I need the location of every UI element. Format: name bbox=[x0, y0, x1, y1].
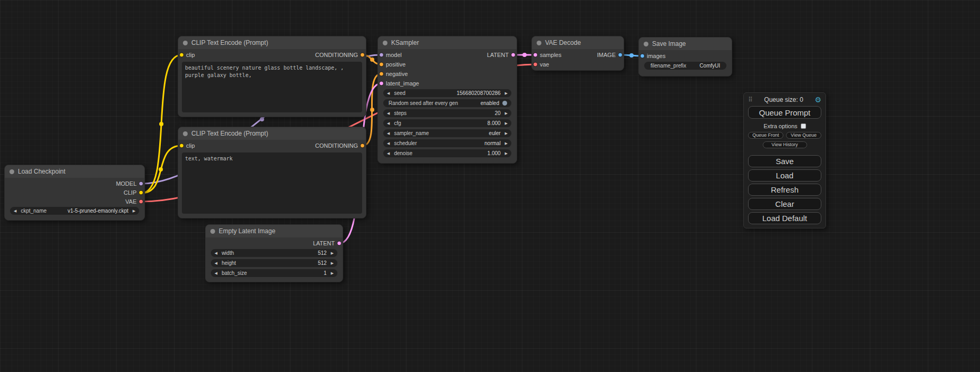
widget-name: sampler_name bbox=[394, 130, 429, 136]
output-port-conditioning[interactable] bbox=[360, 144, 365, 148]
node-title-bar[interactable]: Empty Latent Image bbox=[206, 225, 343, 237]
increment-arrow-icon[interactable]: ▶ bbox=[133, 209, 135, 213]
slot-row: LATENT bbox=[206, 239, 343, 248]
increment-arrow-icon[interactable]: ▶ bbox=[505, 111, 508, 115]
input-port-negative[interactable] bbox=[379, 72, 384, 77]
node-title-bar[interactable]: CLIP Text Encode (Prompt) bbox=[178, 36, 366, 49]
input-port-vae[interactable] bbox=[533, 62, 538, 67]
node-load-checkpoint[interactable]: Load Checkpoint MODEL CLIP VAE ◀ ckpt_na… bbox=[4, 165, 145, 221]
input-label-images: images bbox=[647, 53, 665, 59]
random-seed-toggle-widget[interactable]: Random seed after every gen enabled bbox=[383, 99, 511, 107]
positive-prompt-textarea[interactable]: beautiful scenery nature glass bottle la… bbox=[182, 62, 362, 112]
node-title-bar[interactable]: Load Checkpoint bbox=[5, 165, 144, 178]
sampler-name-widget[interactable]: ◀ sampler_name euler ▶ bbox=[383, 129, 511, 137]
widget-value: 512 bbox=[318, 260, 327, 266]
decrement-arrow-icon[interactable]: ◀ bbox=[215, 251, 217, 255]
collapse-dot-icon[interactable] bbox=[210, 229, 215, 234]
refresh-button[interactable]: Refresh bbox=[748, 184, 821, 196]
increment-arrow-icon[interactable]: ▶ bbox=[505, 121, 508, 125]
collapse-dot-icon[interactable] bbox=[9, 169, 14, 174]
filename-prefix-widget[interactable]: filename_prefix ComfyUI bbox=[644, 62, 726, 70]
collapse-dot-icon[interactable] bbox=[644, 42, 648, 46]
increment-arrow-icon[interactable]: ▶ bbox=[331, 251, 334, 255]
decrement-arrow-icon[interactable]: ◀ bbox=[387, 91, 390, 95]
clear-button[interactable]: Clear bbox=[748, 198, 821, 210]
input-port-images[interactable] bbox=[640, 54, 645, 59]
node-save-image[interactable]: Save Image images filename_prefix ComfyU… bbox=[638, 37, 732, 77]
input-port-positive[interactable] bbox=[379, 62, 384, 67]
decrement-arrow-icon[interactable]: ◀ bbox=[387, 131, 390, 135]
view-queue-button[interactable]: View Queue bbox=[786, 132, 821, 139]
widget-value: 1.000 bbox=[488, 150, 501, 156]
node-empty-latent-image[interactable]: Empty Latent Image LATENT ◀ width 512 ▶ … bbox=[205, 224, 343, 282]
decrement-arrow-icon[interactable]: ◀ bbox=[215, 261, 217, 265]
node-title-bar[interactable]: Save Image bbox=[639, 37, 732, 50]
increment-arrow-icon[interactable]: ▶ bbox=[331, 271, 334, 275]
node-vae-decode[interactable]: VAE Decode samples IMAGE vae bbox=[531, 36, 624, 71]
decrement-arrow-icon[interactable]: ◀ bbox=[387, 111, 390, 115]
widget-value: ComfyUI bbox=[700, 63, 720, 69]
node-title-bar[interactable]: CLIP Text Encode (Prompt) bbox=[178, 127, 366, 140]
height-widget[interactable]: ◀ height 512 ▶ bbox=[211, 259, 337, 267]
output-port-vae[interactable] bbox=[139, 199, 143, 204]
toggle-indicator-icon[interactable] bbox=[502, 101, 507, 106]
input-port-model[interactable] bbox=[379, 53, 384, 58]
wire-dot-model bbox=[260, 117, 264, 121]
extra-options-checkbox[interactable] bbox=[801, 123, 806, 129]
increment-arrow-icon[interactable]: ▶ bbox=[505, 91, 508, 95]
decrement-arrow-icon[interactable]: ◀ bbox=[14, 209, 16, 213]
widget-name: batch_size bbox=[221, 270, 247, 276]
input-port-clip[interactable] bbox=[179, 144, 184, 148]
queue-front-button[interactable]: Queue Front bbox=[748, 132, 783, 139]
cfg-widget[interactable]: ◀ cfg 8.000 ▶ bbox=[383, 119, 511, 127]
widget-name: filename_prefix bbox=[651, 63, 686, 69]
collapse-dot-icon[interactable] bbox=[383, 41, 387, 45]
node-graph-canvas[interactable]: Load Checkpoint MODEL CLIP VAE ◀ ckpt_na… bbox=[0, 0, 980, 372]
increment-arrow-icon[interactable]: ▶ bbox=[505, 141, 508, 145]
batch-size-widget[interactable]: ◀ batch_size 1 ▶ bbox=[211, 269, 337, 277]
collapse-dot-icon[interactable] bbox=[183, 131, 188, 136]
node-ksampler[interactable]: KSampler LATENT model positive negative … bbox=[377, 36, 517, 164]
drag-handle-icon[interactable]: ⠿ bbox=[748, 96, 753, 103]
collapse-dot-icon[interactable] bbox=[183, 41, 188, 45]
scheduler-widget[interactable]: ◀ scheduler normal ▶ bbox=[383, 139, 511, 147]
node-clip-text-encode-negative[interactable]: CLIP Text Encode (Prompt) clip CONDITION… bbox=[178, 127, 366, 218]
increment-arrow-icon[interactable]: ▶ bbox=[331, 261, 334, 265]
decrement-arrow-icon[interactable]: ◀ bbox=[215, 271, 217, 275]
output-port-image[interactable] bbox=[618, 53, 623, 58]
decrement-arrow-icon[interactable]: ◀ bbox=[387, 121, 390, 125]
increment-arrow-icon[interactable]: ▶ bbox=[505, 151, 508, 155]
widget-name: denoise bbox=[394, 150, 412, 156]
ckpt-name-widget[interactable]: ◀ ckpt_name v1-5-pruned-emaonly.ckpt ▶ bbox=[10, 207, 139, 215]
steps-widget[interactable]: ◀ steps 20 ▶ bbox=[383, 109, 511, 117]
increment-arrow-icon[interactable]: ▶ bbox=[505, 131, 508, 135]
view-history-button[interactable]: View History bbox=[763, 141, 807, 148]
denoise-widget[interactable]: ◀ denoise 1.000 ▶ bbox=[383, 149, 511, 157]
output-port-model[interactable] bbox=[139, 181, 143, 186]
settings-gear-icon[interactable]: ⚙ bbox=[814, 96, 821, 104]
save-button[interactable]: Save bbox=[748, 155, 821, 167]
negative-prompt-textarea[interactable]: text, watermark bbox=[182, 152, 362, 214]
input-port-samples[interactable] bbox=[533, 53, 538, 58]
node-title-bar[interactable]: KSampler bbox=[378, 36, 517, 49]
node-title: KSampler bbox=[391, 39, 419, 46]
decrement-arrow-icon[interactable]: ◀ bbox=[387, 151, 390, 155]
output-port-latent[interactable] bbox=[337, 241, 342, 246]
input-port-clip[interactable] bbox=[179, 53, 184, 58]
output-label-model: MODEL bbox=[116, 180, 137, 187]
collapse-dot-icon[interactable] bbox=[537, 41, 541, 45]
width-widget[interactable]: ◀ width 512 ▶ bbox=[211, 249, 337, 257]
output-port-conditioning[interactable] bbox=[360, 53, 365, 58]
input-port-latent-image[interactable] bbox=[379, 81, 384, 86]
seed-widget[interactable]: ◀ seed 156680208700286 ▶ bbox=[383, 89, 511, 97]
load-default-button[interactable]: Load Default bbox=[748, 212, 821, 224]
node-title-bar[interactable]: VAE Decode bbox=[532, 36, 624, 49]
queue-size-label: Queue size: 0 bbox=[764, 96, 803, 103]
load-button[interactable]: Load bbox=[748, 169, 821, 182]
output-label-conditioning: CONDITIONING bbox=[315, 142, 358, 149]
output-port-clip[interactable] bbox=[139, 190, 143, 195]
queue-prompt-button[interactable]: Queue Prompt bbox=[748, 106, 821, 119]
decrement-arrow-icon[interactable]: ◀ bbox=[387, 141, 390, 145]
node-title: Save Image bbox=[652, 40, 686, 47]
node-clip-text-encode-positive[interactable]: CLIP Text Encode (Prompt) clip CONDITION… bbox=[178, 36, 366, 117]
